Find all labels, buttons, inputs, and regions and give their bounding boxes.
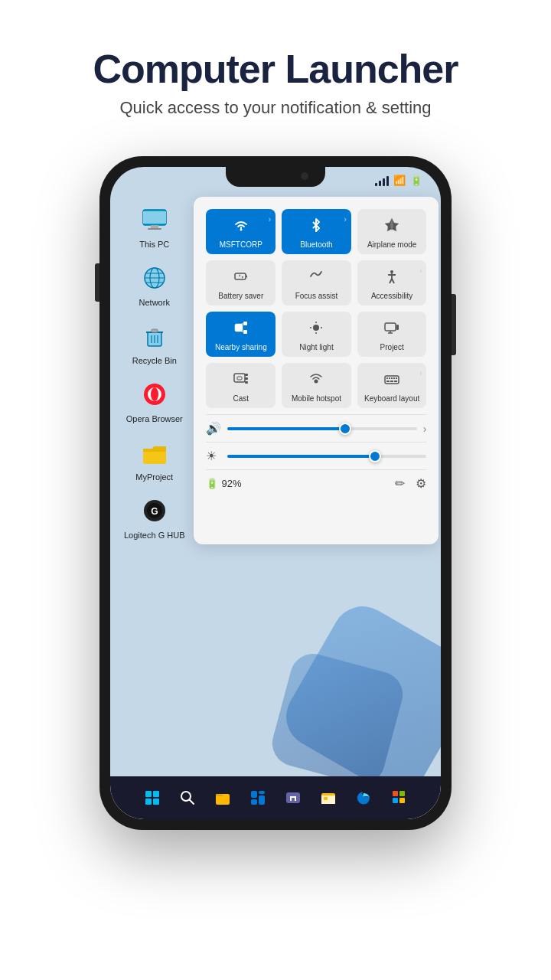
- qs-tile-battery-saver[interactable]: Battery saver: [206, 260, 276, 305]
- qs-tile-cast[interactable]: Cast: [206, 363, 276, 408]
- tile-label-accessibility: Accessibility: [371, 292, 412, 301]
- svg-rect-75: [393, 791, 398, 796]
- qs-tile-airplane[interactable]: Airplane mode: [357, 209, 427, 254]
- brightness-fill: [227, 455, 374, 458]
- tile-icon-accessibility: [383, 268, 400, 289]
- brightness-thumb[interactable]: [369, 450, 381, 462]
- taskbar-icon-edge[interactable]: [350, 784, 377, 812]
- qs-tile-nearby-sharing[interactable]: Nearby sharing: [206, 312, 276, 357]
- desktop-icon-label-recycle-bin: Recycle Bin: [132, 356, 177, 365]
- desktop-icon-label-this-pc: This PC: [139, 240, 169, 249]
- taskbar-icon-teams[interactable]: [279, 784, 307, 812]
- tile-label-night-light: Night light: [299, 343, 333, 352]
- desktop-icon-img-opera-browser: [136, 376, 173, 413]
- phone-screen: 📶 🔋 This PC Network Recycle Bin Opera Br…: [110, 167, 441, 819]
- taskbar-icon-store[interactable]: [385, 784, 412, 812]
- tile-label-battery-saver: Battery saver: [218, 292, 263, 301]
- desktop-area: This PC Network Recycle Bin Opera Browse…: [110, 189, 441, 552]
- taskbar-icon-widgets[interactable]: [244, 784, 272, 812]
- tile-icon-wifi: [233, 217, 249, 237]
- taskbar-icon-files[interactable]: [209, 784, 236, 812]
- desktop-icon-my-project[interactable]: MyProject: [121, 430, 187, 486]
- qs-tile-accessibility[interactable]: › Accessibility: [357, 260, 427, 305]
- notch: [226, 167, 325, 187]
- settings-icon[interactable]: ⚙: [416, 476, 426, 491]
- svg-point-36: [313, 325, 319, 331]
- svg-rect-59: [394, 381, 397, 382]
- svg-rect-63: [153, 799, 159, 805]
- volume-icon: 🔊: [206, 421, 221, 436]
- svg-rect-48: [245, 377, 248, 380]
- volume-chevron[interactable]: ›: [423, 423, 427, 435]
- tile-label-bluetooth: Bluetooth: [300, 240, 332, 250]
- desktop-icon-img-this-pc: [136, 201, 173, 238]
- svg-rect-47: [245, 374, 248, 376]
- svg-rect-53: [389, 377, 390, 379]
- svg-rect-11: [152, 329, 158, 332]
- qs-action-icons[interactable]: ✏ ⚙: [395, 476, 426, 491]
- svg-rect-73: [321, 795, 335, 804]
- volume-slider-row[interactable]: 🔊 ›: [206, 414, 426, 442]
- tile-chevron-wifi: ›: [269, 215, 271, 224]
- svg-line-29: [392, 279, 394, 283]
- desktop-icon-label-opera-browser: Opera Browser: [126, 414, 183, 423]
- svg-rect-74: [324, 797, 328, 800]
- brightness-icon: ☀: [206, 449, 221, 463]
- qs-tile-focus-assist[interactable]: Focus assist: [282, 260, 351, 305]
- qs-tiles-grid: › MSFTCORP › Bluetooth Airplane mode Bat…: [206, 209, 426, 408]
- svg-rect-69: [259, 795, 265, 805]
- svg-point-22: [240, 229, 242, 231]
- desktop-icon-label-my-project: MyProject: [135, 472, 173, 482]
- svg-rect-57: [386, 381, 390, 382]
- desktop-icon-opera-browser[interactable]: Opera Browser: [121, 371, 187, 428]
- svg-rect-51: [385, 376, 399, 384]
- tile-icon-focus-assist: [308, 268, 324, 289]
- volume-track[interactable]: [227, 427, 416, 430]
- camera-dot: [301, 172, 308, 180]
- app-subtitle: Quick access to your notification & sett…: [31, 98, 520, 118]
- tile-label-project: Project: [380, 343, 404, 352]
- quick-settings-panel: › MSFTCORP › Bluetooth Airplane mode Bat…: [194, 197, 439, 544]
- edit-icon[interactable]: ✏: [395, 476, 405, 491]
- taskbar-icon-start[interactable]: [139, 784, 166, 812]
- svg-point-17: [151, 387, 158, 401]
- svg-rect-49: [245, 381, 248, 384]
- tile-icon-cast: [233, 371, 249, 391]
- app-title: Computer Launcher: [31, 46, 520, 92]
- brightness-track[interactable]: [227, 455, 426, 458]
- tile-label-keyboard-layout: Keyboard layout: [364, 394, 419, 403]
- qs-tile-project[interactable]: Project: [357, 312, 427, 357]
- app-header: Computer Launcher Quick access to your n…: [0, 0, 551, 141]
- taskbar-icon-search[interactable]: [174, 784, 201, 812]
- svg-rect-67: [251, 791, 257, 798]
- taskbar[interactable]: [110, 776, 441, 819]
- phone-wrapper: 📶 🔋 This PC Network Recycle Bin Opera Br…: [0, 141, 551, 830]
- qs-tile-mobile-hotspot[interactable]: Mobile hotspot: [282, 363, 351, 408]
- qs-tile-wifi[interactable]: › MSFTCORP: [206, 209, 276, 254]
- qs-tile-keyboard-layout[interactable]: › Keyboard layout: [357, 363, 427, 408]
- desktop-icon-network[interactable]: Network: [121, 255, 187, 312]
- svg-line-65: [190, 800, 194, 805]
- desktop-icons-list: This PC Network Recycle Bin Opera Browse…: [121, 197, 187, 544]
- svg-rect-62: [145, 799, 152, 805]
- desktop-icon-recycle-bin[interactable]: Recycle Bin: [121, 313, 187, 370]
- tile-label-cast: Cast: [233, 394, 249, 403]
- svg-rect-45: [234, 374, 245, 382]
- tile-icon-night-light: [308, 319, 324, 340]
- desktop-icon-this-pc[interactable]: This PC: [121, 197, 187, 253]
- volume-thumb[interactable]: [339, 423, 351, 435]
- tile-icon-keyboard-layout: [383, 371, 400, 391]
- tile-icon-mobile-hotspot: [308, 371, 324, 391]
- svg-rect-52: [386, 377, 388, 379]
- taskbar-icon-explorer[interactable]: [315, 784, 342, 812]
- tile-chevron-keyboard-layout: ›: [419, 369, 422, 377]
- brightness-slider-row[interactable]: ☀: [206, 442, 426, 469]
- qs-tile-night-light[interactable]: Night light: [282, 312, 351, 357]
- qs-tile-bluetooth[interactable]: › Bluetooth: [282, 209, 351, 254]
- svg-rect-31: [243, 322, 247, 325]
- tile-icon-battery-saver: [233, 268, 249, 289]
- desktop-icon-logitech-ghub[interactable]: G Logitech G HUB: [121, 488, 187, 544]
- status-icons: 📶 🔋: [375, 175, 422, 186]
- desktop-icon-img-recycle-bin: [136, 318, 173, 354]
- svg-rect-78: [399, 798, 405, 803]
